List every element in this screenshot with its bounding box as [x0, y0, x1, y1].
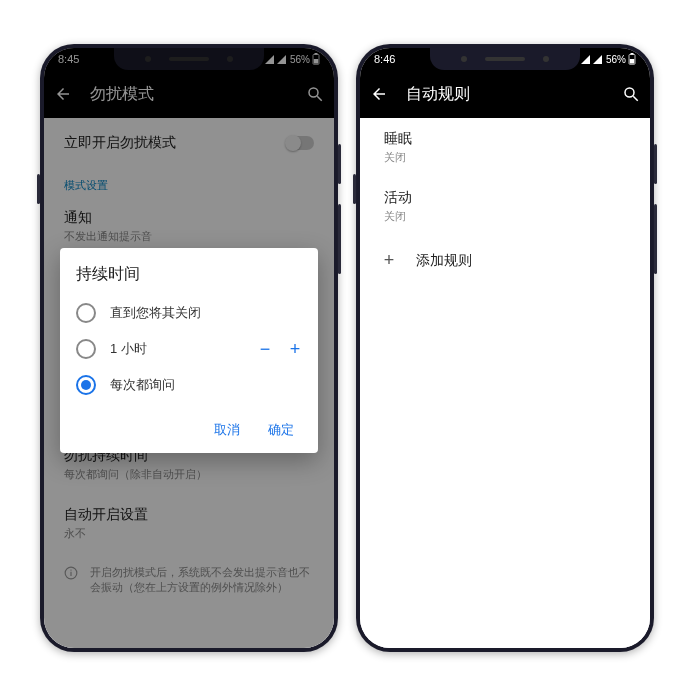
battery-text: 56%	[606, 54, 626, 65]
svg-point-11	[625, 88, 634, 97]
phone-frame-right: 8:46 56% 自动规则 睡眠 关闭 活动	[356, 44, 654, 652]
status-time: 8:46	[374, 53, 395, 65]
rule-sleep[interactable]: 睡眠 关闭	[360, 118, 650, 177]
screen-right: 8:46 56% 自动规则 睡眠 关闭 活动	[360, 48, 650, 648]
rule-title: 活动	[384, 189, 626, 207]
radio-icon-selected	[76, 375, 96, 395]
side-button	[654, 204, 657, 274]
side-button	[37, 174, 40, 204]
app-title: 自动规则	[406, 84, 604, 105]
option-ask-each-time[interactable]: 每次都询问	[76, 367, 302, 403]
signal-icon	[592, 54, 602, 64]
option-label: 每次都询问	[110, 376, 302, 394]
add-rule-row[interactable]: + 添加规则	[360, 236, 650, 285]
svg-rect-9	[631, 53, 634, 55]
plus-icon: +	[380, 250, 398, 271]
cancel-button[interactable]: 取消	[210, 415, 244, 445]
rule-sub: 关闭	[384, 209, 626, 224]
rule-sub: 关闭	[384, 150, 626, 165]
radio-icon	[76, 339, 96, 359]
svg-rect-10	[630, 59, 635, 64]
svg-line-12	[633, 96, 638, 101]
rules-content: 睡眠 关闭 活动 关闭 + 添加规则	[360, 118, 650, 648]
side-button	[353, 174, 356, 204]
add-rule-label: 添加规则	[416, 252, 472, 270]
option-until-off[interactable]: 直到您将其关闭	[76, 295, 302, 331]
minus-button[interactable]: −	[258, 342, 272, 356]
side-button	[654, 144, 657, 184]
plus-button[interactable]: +	[288, 342, 302, 356]
rule-title: 睡眠	[384, 130, 626, 148]
back-icon[interactable]	[370, 85, 388, 103]
dialog-actions: 取消 确定	[76, 415, 302, 445]
option-label: 1 小时	[110, 340, 244, 358]
option-label: 直到您将其关闭	[110, 304, 302, 322]
search-icon[interactable]	[622, 85, 640, 103]
option-one-hour[interactable]: 1 小时 − +	[76, 331, 302, 367]
duration-dialog: 持续时间 直到您将其关闭 1 小时 − + 每次都询问 取消 确定	[60, 248, 318, 453]
app-bar: 自动规则	[360, 70, 650, 118]
side-button	[338, 144, 341, 184]
phone-frame-left: 8:45 56% 勿扰模式 立即开启勿扰模式 模式设置	[40, 44, 338, 652]
ok-button[interactable]: 确定	[264, 415, 298, 445]
notch	[430, 48, 580, 70]
radio-icon	[76, 303, 96, 323]
dialog-title: 持续时间	[76, 264, 302, 285]
side-button	[338, 204, 341, 274]
duration-stepper: − +	[258, 342, 302, 356]
rule-event[interactable]: 活动 关闭	[360, 177, 650, 236]
battery-icon	[628, 53, 636, 65]
signal-icon	[580, 54, 590, 64]
screen-left: 8:45 56% 勿扰模式 立即开启勿扰模式 模式设置	[44, 48, 334, 648]
